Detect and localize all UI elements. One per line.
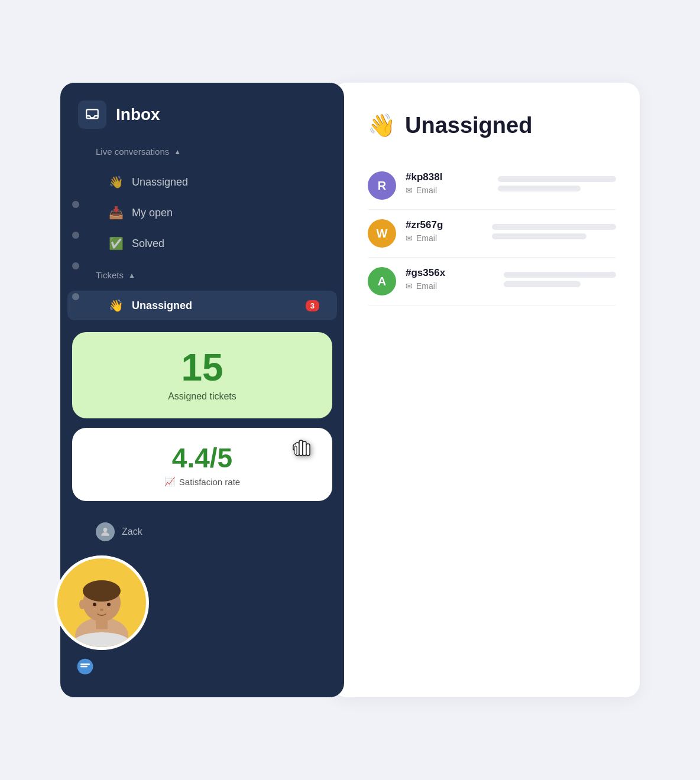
live-conversations-label: Live conversations [96, 147, 169, 157]
nav-dot-2[interactable] [72, 232, 79, 239]
user-avatar-small [96, 522, 115, 541]
channel-label-2: Email [416, 233, 437, 243]
satisfaction-label: 📈 Satisfacion rate [90, 476, 315, 487]
line-2b [492, 233, 586, 239]
ticket-channel-3: ✉ Email [406, 281, 494, 291]
panel-header-emoji: 👋 [368, 112, 396, 138]
ticket-id-3: #gs356x [406, 267, 494, 279]
nav-item-tickets-unassigned[interactable]: 👋 Unassigned 3 [67, 291, 337, 320]
inbox-emoji: 📥 [109, 206, 124, 220]
svg-rect-6 [96, 618, 108, 629]
chart-icon: 📈 [164, 476, 176, 487]
svg-point-9 [107, 603, 111, 606]
tickets-section-label: Tickets ▲ [60, 270, 344, 290]
ticket-avatar-w: W [368, 219, 396, 248]
ticket-list: R #kp838l ✉ Email W [368, 162, 616, 306]
nav-unassigned-label: Unassigned [132, 176, 188, 188]
sidebar-title: Inbox [116, 105, 160, 124]
nav-dot-1[interactable] [72, 201, 79, 208]
ticket-lines-2 [492, 219, 616, 239]
check-emoji: ✅ [109, 236, 124, 251]
email-icon-2: ✉ [406, 233, 413, 243]
nav-myopen-label: My open [132, 207, 173, 219]
email-icon-1: ✉ [406, 186, 413, 195]
avatar-inner [57, 558, 146, 647]
svg-point-1 [103, 528, 108, 532]
svg-point-10 [100, 609, 103, 611]
channel-label-3: Email [416, 281, 437, 291]
ticket-item-2[interactable]: W #zr567g ✉ Email [368, 210, 616, 258]
inbox-icon [85, 107, 100, 122]
nav-solved-label: Solved [132, 238, 164, 250]
assigned-label: Assigned tickets [90, 391, 315, 402]
sidebar-header: Inbox [60, 100, 344, 147]
caret-icon-2: ▲ [128, 271, 135, 280]
ticket-lines-3 [504, 267, 616, 287]
nav-item-solved[interactable]: ✅ Solved [67, 229, 337, 258]
chat-icon-box[interactable] [72, 654, 98, 680]
user-icon [99, 526, 111, 538]
satisfaction-number: 4.4/5 [90, 442, 315, 474]
ticket-id-1: #kp838l [406, 171, 488, 183]
tickets-section: Tickets ▲ 👋 Unassigned 3 [60, 270, 344, 320]
ticket-info-2: #zr567g ✉ Email [406, 219, 482, 243]
satisfaction-text: Satisfacion rate [179, 477, 240, 487]
svg-rect-0 [86, 109, 98, 118]
email-icon-3: ✉ [406, 281, 413, 291]
avatar-image [57, 558, 146, 647]
sidebar: Inbox Live conversations ▲ 👋 Unassigned … [60, 83, 344, 697]
line-1a [498, 176, 616, 182]
panel-header: 👋 Unassigned [368, 112, 616, 138]
sidebar-footer: Zack [60, 511, 344, 541]
chat-icon [76, 657, 95, 676]
svg-point-11 [79, 600, 85, 609]
inbox-icon-box [78, 100, 106, 129]
ticket-avatar-a: A [368, 267, 396, 295]
tickets-badge: 3 [306, 300, 319, 311]
stats-area: 15 Assigned tickets 4.4/5 📈 Satisfacion … [72, 332, 332, 501]
user-big-avatar [54, 555, 149, 650]
ticket-id-2: #zr567g [406, 219, 482, 231]
channel-label-1: Email [416, 186, 437, 195]
ticket-avatar-r: R [368, 171, 396, 200]
wave-emoji-2: 👋 [109, 298, 124, 313]
ticket-info-3: #gs356x ✉ Email [406, 267, 494, 291]
nav-dot-4[interactable] [72, 293, 79, 300]
line-3b [504, 281, 581, 287]
nav-item-myopen[interactable]: 📥 My open [67, 198, 337, 228]
svg-point-8 [93, 603, 96, 606]
nav-dot-3[interactable] [72, 262, 79, 269]
assigned-number: 15 [90, 349, 315, 386]
line-2a [492, 224, 616, 230]
panel-title: Unassigned [405, 113, 532, 138]
ticket-channel-2: ✉ Email [406, 233, 482, 243]
line-1b [498, 186, 581, 191]
tickets-unassigned-label: Unassigned [132, 300, 192, 312]
satisfaction-card: 4.4/5 📈 Satisfacion rate [72, 428, 332, 501]
line-3a [504, 272, 616, 278]
ticket-item[interactable]: R #kp838l ✉ Email [368, 162, 616, 210]
live-conversations-section: Live conversations ▲ [60, 147, 344, 166]
tickets-label: Tickets [96, 270, 124, 280]
ticket-channel-1: ✉ Email [406, 186, 488, 195]
main-card: Inbox Live conversations ▲ 👋 Unassigned … [60, 83, 640, 697]
scene: Inbox Live conversations ▲ 👋 Unassigned … [37, 47, 663, 733]
right-panel: 👋 Unassigned R #kp838l ✉ Email [332, 83, 640, 697]
nav-item-unassigned[interactable]: 👋 Unassigned [67, 167, 337, 197]
assigned-card: 15 Assigned tickets [72, 332, 332, 418]
ticket-info-1: #kp838l ✉ Email [406, 171, 488, 195]
user-name: Zack [122, 526, 142, 537]
dot-nav [72, 201, 79, 300]
svg-point-5 [83, 580, 121, 602]
ticket-lines-1 [498, 171, 616, 191]
wave-emoji-1: 👋 [109, 175, 124, 189]
caret-icon: ▲ [174, 148, 181, 156]
ticket-item-3[interactable]: A #gs356x ✉ Email [368, 258, 616, 306]
